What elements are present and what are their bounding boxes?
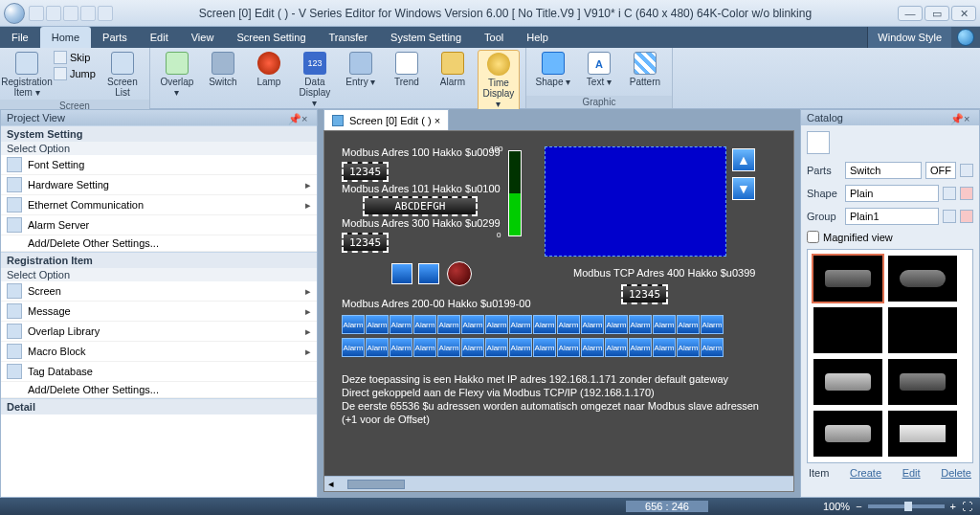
alarm-cell[interactable]: Alarm xyxy=(653,338,676,357)
preview-7[interactable] xyxy=(813,411,882,457)
alarm-cell[interactable]: Alarm xyxy=(437,338,460,357)
arrow-down-button[interactable]: ▼ xyxy=(732,177,755,200)
switch-2[interactable] xyxy=(418,263,439,284)
preview-2[interactable] xyxy=(888,256,957,302)
panel-close-icon[interactable]: × xyxy=(301,113,311,123)
alarm-cell[interactable]: Alarm xyxy=(390,338,412,357)
pattern-button[interactable]: Pattern xyxy=(624,50,666,89)
menu-tool[interactable]: Tool xyxy=(473,27,515,48)
value-modbus-101[interactable]: ABCDEFGH xyxy=(363,196,478,216)
qat-new-icon[interactable] xyxy=(29,6,44,21)
menu-file[interactable]: File xyxy=(0,27,40,48)
alarm-cell[interactable]: Alarm xyxy=(581,338,604,357)
alarm-cell[interactable]: Alarm xyxy=(509,338,532,357)
alarm-cell[interactable]: Alarm xyxy=(413,338,436,357)
zoom-in-button[interactable]: + xyxy=(950,501,956,512)
menu-transfer[interactable]: Transfer xyxy=(318,27,380,48)
parts-select[interactable]: Switch xyxy=(845,162,922,179)
alarm-cell[interactable]: Alarm xyxy=(485,338,508,357)
screen-list-button[interactable]: Screen List xyxy=(101,50,144,100)
group-copy-icon[interactable] xyxy=(943,210,956,223)
qat-redo-icon[interactable] xyxy=(98,6,113,21)
font-setting-item[interactable]: Font Setting xyxy=(1,155,317,175)
hardware-setting-item[interactable]: Hardware Setting▸ xyxy=(1,175,317,195)
alarm-cell[interactable]: Alarm xyxy=(413,315,436,334)
zoom-out-button[interactable]: − xyxy=(856,501,861,512)
alarm-cell[interactable]: Alarm xyxy=(437,315,460,334)
alarm-cell[interactable]: Alarm xyxy=(390,315,412,334)
overlap-library-item[interactable]: Overlap Library▸ xyxy=(1,322,317,342)
alarm-cell[interactable]: Alarm xyxy=(342,338,365,357)
shape-del-icon[interactable] xyxy=(960,187,973,200)
alarm-cell[interactable]: Alarm xyxy=(366,338,389,357)
value-modbus-tcp-400[interactable]: 12345 xyxy=(621,284,668,304)
registration-item-button[interactable]: Registration Item ▾ xyxy=(6,50,48,100)
menu-home[interactable]: Home xyxy=(40,27,91,48)
alarm-cell[interactable]: Alarm xyxy=(485,315,508,334)
zoom-slider[interactable] xyxy=(868,504,945,508)
alarm-cell[interactable]: Alarm xyxy=(629,338,652,357)
alarm-cell[interactable]: Alarm xyxy=(701,338,724,357)
catalog-edit[interactable]: Edit xyxy=(902,467,921,479)
catalog-category-icon[interactable] xyxy=(807,131,830,154)
alarm-cell[interactable]: Alarm xyxy=(701,315,724,334)
menu-help[interactable]: Help xyxy=(515,27,560,48)
app-orb[interactable] xyxy=(4,3,25,24)
preview-1[interactable] xyxy=(813,256,882,302)
alarm-cell[interactable]: Alarm xyxy=(533,338,556,357)
value-modbus-100[interactable]: 12345 xyxy=(342,162,389,182)
skip-button[interactable]: Skip xyxy=(52,50,98,65)
group-select[interactable]: Plain1 xyxy=(845,208,939,225)
document-tab[interactable]: Screen [0] Edit ( ) × xyxy=(323,109,449,130)
arrow-up-button[interactable]: ▲ xyxy=(732,148,755,171)
alarm-cell[interactable]: Alarm xyxy=(605,315,628,334)
alarm-button[interactable]: Alarm xyxy=(432,50,474,89)
minimize-button[interactable]: — xyxy=(898,6,923,21)
qat-save-icon[interactable] xyxy=(63,6,78,21)
ethernet-item[interactable]: Ethernet Communication▸ xyxy=(1,195,317,215)
preview-8[interactable] xyxy=(888,411,957,457)
trend-button[interactable]: Trend xyxy=(386,50,428,89)
tag-database-item[interactable]: Tag Database xyxy=(1,362,317,382)
parts-extra-icon[interactable] xyxy=(960,164,973,177)
alarm-cell[interactable]: Alarm xyxy=(366,315,389,334)
group-del-icon[interactable] xyxy=(960,210,973,223)
menu-system-setting[interactable]: System Setting xyxy=(379,27,473,48)
hmi-canvas[interactable]: Modbus Adres 100 Hakko $u0099 12345 Modb… xyxy=(334,141,765,462)
menu-screen-setting[interactable]: Screen Setting xyxy=(225,27,317,48)
alarm-cell[interactable]: Alarm xyxy=(509,315,532,334)
maximize-button[interactable]: ▭ xyxy=(924,6,949,21)
shape-button[interactable]: Shape ▾ xyxy=(532,50,574,89)
catalog-pin-icon[interactable]: 📌 xyxy=(950,113,960,123)
pin-icon[interactable]: 📌 xyxy=(288,113,298,123)
alarm-cell[interactable]: Alarm xyxy=(557,315,580,334)
menu-edit[interactable]: Edit xyxy=(139,27,180,48)
alarm-cell[interactable]: Alarm xyxy=(653,315,676,334)
alarm-cell[interactable]: Alarm xyxy=(605,338,628,357)
alarm-cell[interactable]: Alarm xyxy=(557,338,580,357)
catalog-create[interactable]: Create xyxy=(850,467,881,479)
alarm-cell[interactable]: Alarm xyxy=(677,338,700,357)
value-modbus-300[interactable]: 12345 xyxy=(342,233,389,253)
canvas-viewport[interactable]: Modbus Adres 100 Hakko $u0099 12345 Modb… xyxy=(323,130,794,492)
help-icon[interactable] xyxy=(957,29,974,46)
add-delete-settings-2[interactable]: Add/Delete Other Settings... xyxy=(1,382,317,398)
preview-5[interactable] xyxy=(813,359,882,405)
preview-4[interactable] xyxy=(888,307,957,353)
add-delete-settings-1[interactable]: Add/Delete Other Settings... xyxy=(1,235,317,252)
message-item[interactable]: Message▸ xyxy=(1,302,317,322)
lamp-1[interactable] xyxy=(447,261,472,286)
time-display-button[interactable]: Time Display ▾ xyxy=(478,50,520,112)
catalog-close-icon[interactable]: × xyxy=(964,113,973,123)
preview-3[interactable] xyxy=(813,307,882,353)
data-display-button[interactable]: 123Data Display ▾ xyxy=(294,50,336,110)
entry-button[interactable]: Entry ▾ xyxy=(340,50,382,89)
menu-view[interactable]: View xyxy=(180,27,226,48)
alarm-cell[interactable]: Alarm xyxy=(342,315,365,334)
zoom-fit-icon[interactable]: ⛶ xyxy=(962,501,972,512)
window-style-dropdown[interactable]: Window Style xyxy=(867,27,951,48)
alarm-cell[interactable]: Alarm xyxy=(581,315,604,334)
macro-block-item[interactable]: Macro Block▸ xyxy=(1,342,317,362)
close-button[interactable]: ✕ xyxy=(951,6,976,21)
alarm-cell[interactable]: Alarm xyxy=(533,315,556,334)
